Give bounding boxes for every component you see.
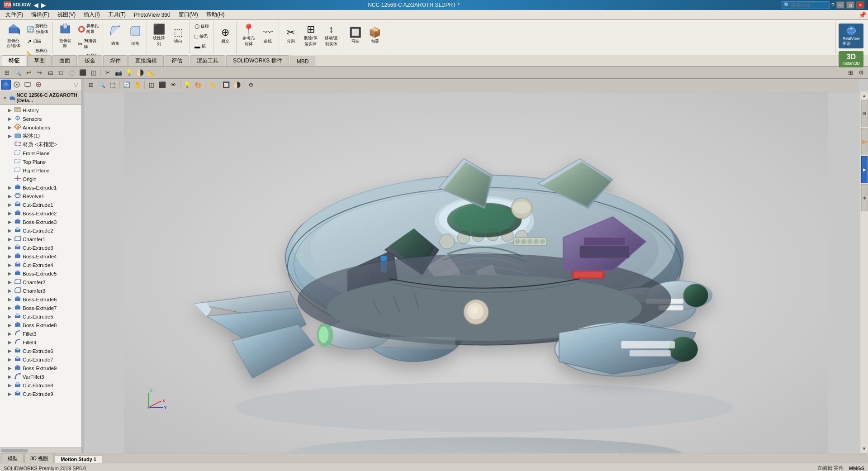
rp-scroll-down[interactable]: ▼ bbox=[862, 446, 867, 451]
draft-button[interactable]: ⬡ 拔模 bbox=[192, 22, 211, 31]
tab-direct-edit[interactable]: 直接编辑 bbox=[128, 55, 164, 66]
tab-render[interactable]: 渲染工具 bbox=[190, 55, 225, 66]
rp-item1[interactable]: ⊞ bbox=[861, 100, 868, 127]
menu-photoview[interactable]: PhotoView 360 bbox=[130, 11, 174, 19]
sidebar-hscrollbar[interactable] bbox=[0, 447, 81, 453]
menu-tools[interactable]: 工具(T) bbox=[104, 10, 129, 19]
tree-item-chamfer1[interactable]: ▶ Chamfer1 bbox=[0, 235, 81, 243]
tree-item-sensors[interactable]: ▶ Sensors bbox=[0, 114, 81, 123]
tree-item-front-plane[interactable]: ▶ Front Plane bbox=[0, 149, 81, 157]
tab-3d-view[interactable]: 3D 视图 bbox=[24, 454, 54, 463]
menu-view[interactable]: 视图(V) bbox=[54, 10, 79, 19]
tree-item-boss-extrude7[interactable]: ▶ Boss-Extrude7 bbox=[0, 304, 81, 312]
vp-scene[interactable]: 🎨 bbox=[193, 80, 203, 90]
toolbar-pin[interactable]: 📌 bbox=[859, 11, 866, 19]
tree-item-origin[interactable]: ▶ Origin bbox=[0, 175, 81, 183]
tree-item-right-plane[interactable]: ▶ Right Plane bbox=[0, 166, 81, 175]
vp-rotate[interactable]: 🔄 bbox=[122, 80, 132, 90]
menu-file[interactable]: 文件(F) bbox=[2, 10, 27, 19]
perspective-button[interactable]: 📐 bbox=[146, 68, 156, 78]
tab-model[interactable]: 模型 bbox=[2, 454, 24, 463]
shaded-button[interactable]: ⬛ bbox=[78, 68, 88, 78]
nav-back[interactable]: ◀ bbox=[33, 1, 38, 9]
shadows-button[interactable]: 💡 bbox=[124, 68, 134, 78]
extrude-boss-button[interactable]: 拉伸凸台/基体 bbox=[4, 22, 24, 49]
tab-surface[interactable]: 曲面 bbox=[52, 55, 77, 66]
prev-view-button[interactable]: ↩ bbox=[24, 68, 33, 78]
tree-item-revolve1[interactable]: ▶ Revolve1 bbox=[0, 192, 81, 200]
curves-button[interactable]: 〰 曲线 bbox=[259, 22, 277, 49]
sweep-button[interactable]: ↗ 扫描 bbox=[24, 37, 51, 46]
menu-window[interactable]: 窗口(W) bbox=[175, 10, 202, 19]
close-button[interactable]: ✕ bbox=[856, 1, 864, 9]
zoom-fit-button[interactable]: ⊞ bbox=[2, 68, 12, 78]
vp-zoom-area[interactable]: ⬚ bbox=[108, 80, 118, 90]
edges-button[interactable]: ◫ bbox=[89, 68, 99, 78]
tree-item-boss-extrude5[interactable]: ▶ Boss-Extrude5 bbox=[0, 269, 81, 278]
tree-item-boss-extrude6[interactable]: ▶ Boss-Extrude6 bbox=[0, 295, 81, 304]
tree-item-cut-extrude7[interactable]: ▶ Cut-Extrude7 bbox=[0, 355, 81, 364]
sidebar-hscroll-thumb[interactable] bbox=[1, 449, 28, 452]
maximize-button[interactable]: □ bbox=[846, 1, 854, 9]
spacecraft-view[interactable]: X Y Z bbox=[84, 92, 868, 453]
viewport[interactable]: ⊞ 🔍 ⬚ 🔄 ✋ ◫ ⬛ 👁 💡 🎨 📏 🔲 🌗 ⚙ bbox=[84, 79, 868, 453]
rp-scroll-up[interactable]: ▲ bbox=[862, 93, 867, 98]
sweep-cut-button[interactable]: ✂ 扫描切除 bbox=[76, 37, 101, 51]
3d-view-button[interactable]: 🗂 bbox=[45, 68, 55, 78]
tree-item-solid[interactable]: ▶ 实体(1) bbox=[0, 132, 81, 140]
chamfer-button[interactable]: 倒角 bbox=[126, 22, 145, 49]
vp-appearance[interactable]: 🔲 bbox=[221, 80, 231, 90]
tree-item-cut-extrude8[interactable]: ▶ Cut-Extrude8 bbox=[0, 381, 81, 390]
tab-mbd[interactable]: MBD bbox=[290, 57, 316, 66]
indent-button[interactable]: 📦 包覆 bbox=[365, 22, 384, 49]
wireframe-button[interactable]: □ bbox=[56, 68, 66, 78]
tree-item-cut-extrude9[interactable]: ▶ Cut-Extrude9 bbox=[0, 390, 81, 398]
extrude-cut-button[interactable]: 拉伸切除 bbox=[56, 22, 75, 49]
rp-item2[interactable]: 🎨 bbox=[861, 128, 868, 155]
rp-item3[interactable]: ▶ bbox=[861, 156, 868, 183]
tree-item-cut-extrude5[interactable]: ▶ Cut-Extrude5 bbox=[0, 312, 81, 321]
tree-item-varfillet3[interactable]: ▶ VarFillet3 bbox=[0, 372, 81, 381]
nav-forward[interactable]: ▶ bbox=[41, 1, 46, 9]
section-view-button[interactable]: ✂ bbox=[103, 68, 113, 78]
tree-item-material[interactable]: ▶ 材质 <未指定> bbox=[0, 140, 81, 149]
tab-motion-study[interactable]: Motion Study 1 bbox=[55, 455, 102, 463]
revolve-cut-button[interactable]: ⭕ 异形孔向导 bbox=[76, 22, 101, 36]
next-view-button[interactable]: ↪ bbox=[34, 68, 44, 78]
tree-item-boss-extrude3[interactable]: ▶ Boss-Extrude3 bbox=[0, 218, 81, 226]
tree-item-annotations[interactable]: ▶ A Annotations bbox=[0, 123, 81, 132]
tree-item-cut-extrude4[interactable]: ▶ Cut-Extrude4 bbox=[0, 261, 81, 269]
intersect-button[interactable]: ⊕ 相交 bbox=[216, 22, 234, 49]
combine-button[interactable]: ⊞ 删除/保留实体 bbox=[301, 22, 321, 49]
vp-zoom-selection[interactable]: 🔍 bbox=[97, 80, 107, 90]
fillet-button[interactable]: 圆角 bbox=[106, 22, 125, 49]
tree-item-chamfer2[interactable]: ▶ Chamfer2 bbox=[0, 278, 81, 286]
help-icon[interactable]: ? bbox=[831, 2, 835, 9]
tree-item-top-plane[interactable]: ▶ Top Plane bbox=[0, 157, 81, 166]
vp-display-style[interactable]: ◫ bbox=[147, 80, 157, 90]
tree-item-cut-extrude3[interactable]: ▶ Cut-Extrude3 bbox=[0, 243, 81, 252]
vp-measure[interactable]: 📏 bbox=[207, 80, 217, 90]
rib-button[interactable]: ▬ 筋 bbox=[192, 42, 211, 51]
vp-zoom-fit[interactable]: ⊞ bbox=[86, 80, 96, 90]
sidebar-display-tab[interactable] bbox=[23, 80, 33, 90]
tree-item-boss-extrude2[interactable]: ▶ Boss-Extrude2 bbox=[0, 209, 81, 218]
zoom-to-selection-button[interactable]: 🔍 bbox=[13, 68, 23, 78]
tab-sw-addins[interactable]: SOLIDWORKS 插件 bbox=[226, 55, 289, 66]
sidebar-config-tab[interactable] bbox=[12, 80, 22, 90]
ref-geometry-button[interactable]: 📍 参考几何体 bbox=[239, 22, 258, 49]
mirror-button[interactable]: ⬚ 镜向 bbox=[169, 22, 187, 49]
minimize-button[interactable]: ─ bbox=[836, 1, 844, 9]
tree-item-fillet3[interactable]: ▶ Fillet3 bbox=[0, 329, 81, 338]
vp-lighting[interactable]: 💡 bbox=[182, 80, 192, 90]
tab-weldment[interactable]: 焊件 bbox=[103, 55, 128, 66]
revolve-boss-button[interactable]: 🔄 旋转凸台/基体 bbox=[24, 22, 51, 36]
tab-feature[interactable]: 特征 bbox=[2, 55, 26, 66]
sidebar-filter-button[interactable]: ▽ bbox=[71, 80, 81, 90]
vp-settings[interactable]: ⚙ bbox=[246, 80, 256, 90]
hidden-lines-button[interactable]: ⬚ bbox=[67, 68, 77, 78]
tab-sheetmetal[interactable]: 钣金 bbox=[78, 55, 102, 66]
settings-button[interactable]: ⚙ bbox=[856, 68, 866, 78]
tree-item-cut-extrude2[interactable]: ▶ Cut-Extrude2 bbox=[0, 226, 81, 235]
tree-item-boss-extrude8[interactable]: ▶ Boss-Extrude8 bbox=[0, 321, 81, 329]
